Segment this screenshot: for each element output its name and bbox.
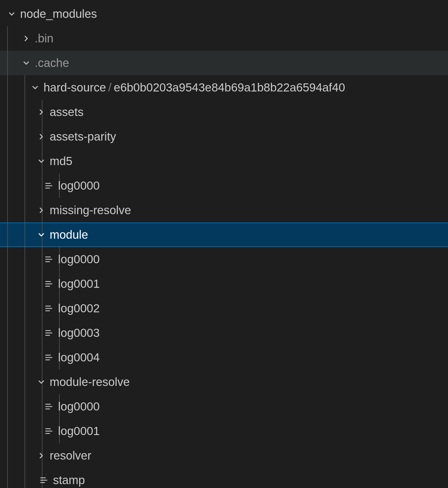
folder-node-modules[interactable]: node_modules <box>0 2 448 26</box>
file-text-icon <box>44 401 54 412</box>
folder-cache[interactable]: .cache <box>0 51 448 75</box>
file-label: log0000 <box>58 400 100 413</box>
file-log0004[interactable]: log0004 <box>0 345 448 370</box>
file-log0002[interactable]: log0002 <box>0 296 448 321</box>
chevron-down-icon <box>21 57 32 69</box>
folder-label: .cache <box>35 56 69 70</box>
chevron-right-icon <box>21 33 32 44</box>
path-segment: e6b0b0203a9543e84b69a1b8b22a6594af40 <box>114 81 345 94</box>
folder-label: .bin <box>35 32 54 45</box>
path-segment: hard-source <box>44 81 106 94</box>
folder-label: assets-parity <box>50 130 116 143</box>
folder-module[interactable]: module <box>0 223 448 247</box>
file-stamp[interactable]: stamp <box>0 468 448 488</box>
file-text-icon <box>44 303 54 314</box>
folder-hard-source[interactable]: hard-source/e6b0b0203a9543e84b69a1b8b22a… <box>0 75 448 100</box>
chevron-down-icon <box>6 8 17 20</box>
folder-assets-parity[interactable]: assets-parity <box>0 124 448 149</box>
chevron-right-icon <box>36 450 47 461</box>
file-text-icon <box>44 328 54 338</box>
file-text-icon <box>44 352 54 363</box>
folder-label: node_modules <box>20 7 97 21</box>
chevron-down-icon <box>36 376 47 388</box>
chevron-right-icon <box>36 205 47 216</box>
file-label: log0000 <box>58 253 100 266</box>
file-text-icon <box>44 180 54 191</box>
chevron-right-icon <box>36 107 47 118</box>
file-log0000[interactable]: log0000 <box>0 247 448 272</box>
folder-label: module-resolve <box>50 375 130 389</box>
path-separator-icon: / <box>106 81 114 94</box>
file-log0000[interactable]: log0000 <box>0 394 448 419</box>
folder-label: module <box>50 228 88 241</box>
file-label: log0000 <box>58 179 100 192</box>
file-text-icon <box>38 475 49 485</box>
file-tree: node_modules .bin .cache hard <box>0 0 448 488</box>
file-label: log0001 <box>58 277 100 291</box>
file-text-icon <box>44 254 54 265</box>
file-label: log0002 <box>58 302 100 315</box>
file-log0001[interactable]: log0001 <box>0 272 448 296</box>
chevron-down-icon <box>36 229 47 240</box>
file-label: log0003 <box>58 326 100 340</box>
file-text-icon <box>44 279 54 289</box>
file-log0001[interactable]: log0001 <box>0 419 448 443</box>
folder-missing-resolve[interactable]: missing-resolve <box>0 198 448 223</box>
folder-label: missing-resolve <box>50 204 131 217</box>
folder-module-resolve[interactable]: module-resolve <box>0 370 448 394</box>
file-label: log0004 <box>58 351 100 364</box>
folder-bin[interactable]: .bin <box>0 26 448 51</box>
folder-label: resolver <box>50 449 91 462</box>
chevron-right-icon <box>36 131 47 142</box>
folder-label: hard-source/e6b0b0203a9543e84b69a1b8b22a… <box>44 81 345 94</box>
chevron-down-icon <box>36 156 47 167</box>
folder-label: assets <box>50 105 83 119</box>
file-log0000[interactable]: log0000 <box>0 173 448 198</box>
folder-label: md5 <box>50 154 73 168</box>
file-label: log0001 <box>58 424 100 438</box>
folder-resolver[interactable]: resolver <box>0 443 448 468</box>
file-text-icon <box>44 426 54 436</box>
folder-md5[interactable]: md5 <box>0 149 448 173</box>
file-label: stamp <box>53 473 85 487</box>
file-log0003[interactable]: log0003 <box>0 321 448 345</box>
folder-assets[interactable]: assets <box>0 100 448 124</box>
chevron-down-icon <box>30 82 41 93</box>
